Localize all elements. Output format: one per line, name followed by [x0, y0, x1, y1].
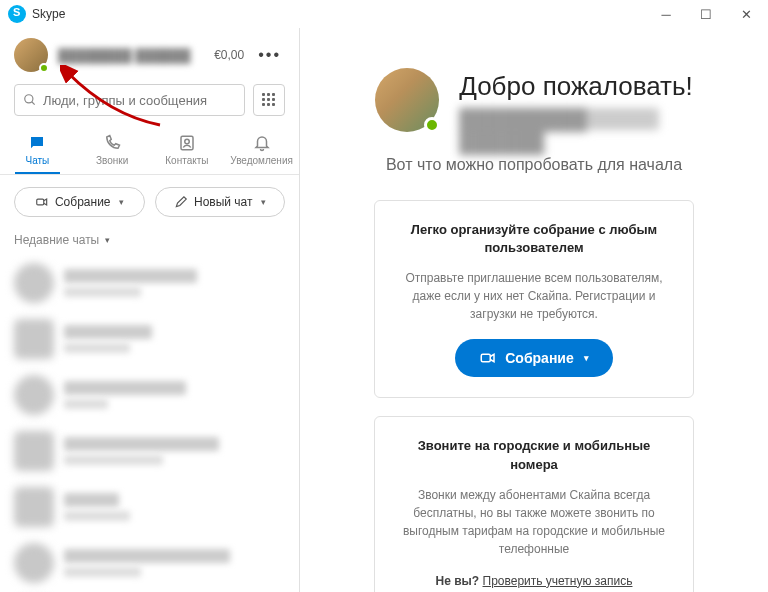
- chat-list[interactable]: [0, 255, 299, 592]
- chevron-down-icon: ▾: [119, 197, 124, 207]
- list-item[interactable]: [0, 367, 299, 423]
- title-bar: Skype ─ ☐ ✕: [0, 0, 768, 28]
- button-label: Собрание: [505, 350, 574, 366]
- user-avatar[interactable]: [14, 38, 48, 72]
- dialpad-button[interactable]: [253, 84, 285, 116]
- svg-point-3: [185, 139, 190, 144]
- tab-contacts[interactable]: Контакты: [150, 130, 225, 174]
- card-footer: Не вы? Проверить учетную запись: [401, 574, 667, 588]
- tab-label: Звонки: [96, 155, 128, 166]
- video-icon: [479, 349, 497, 367]
- calling-card: Звоните на городские и мобильные номера …: [374, 416, 694, 592]
- chat-icon: [28, 134, 46, 152]
- welcome-subtitle: Вот что можно попробовать для начала: [386, 156, 682, 174]
- chevron-down-icon: ▾: [105, 235, 110, 245]
- compose-icon: [174, 195, 188, 209]
- not-you-label: Не вы?: [436, 574, 480, 588]
- svg-line-1: [32, 102, 35, 105]
- meeting-button[interactable]: Собрание ▾: [14, 187, 145, 217]
- window-title: Skype: [32, 7, 65, 21]
- button-label: Новый чат: [194, 195, 253, 209]
- presence-icon: [39, 63, 49, 73]
- minimize-button[interactable]: ─: [646, 0, 686, 28]
- profile-name: ████████ ██████: [58, 48, 204, 63]
- tab-notifications[interactable]: Уведомления: [224, 130, 299, 174]
- recent-chats-header[interactable]: Недавние чаты ▾: [0, 229, 299, 255]
- profile-row[interactable]: ████████ ██████ €0,00 •••: [0, 28, 299, 78]
- card-title: Звоните на городские и мобильные номера: [401, 437, 667, 473]
- maximize-button[interactable]: ☐: [686, 0, 726, 28]
- bell-icon: [253, 134, 271, 152]
- tab-chats[interactable]: Чаты: [0, 130, 75, 174]
- close-button[interactable]: ✕: [726, 0, 766, 28]
- search-icon: [23, 93, 37, 107]
- search-box[interactable]: [14, 84, 245, 116]
- main-pane: Добро пожаловать! █████████ ██████ Вот ч…: [300, 28, 768, 592]
- profile-credit[interactable]: €0,00: [214, 48, 244, 62]
- video-icon: [35, 195, 49, 209]
- list-item[interactable]: [0, 311, 299, 367]
- welcome-username: █████████ ██████: [459, 108, 659, 130]
- list-item[interactable]: [0, 535, 299, 591]
- list-item[interactable]: [0, 479, 299, 535]
- tab-label: Контакты: [165, 155, 208, 166]
- button-label: Собрание: [55, 195, 111, 209]
- dialpad-icon: [262, 93, 276, 107]
- svg-rect-4: [37, 199, 44, 205]
- welcome-avatar: [375, 68, 439, 132]
- contacts-icon: [178, 134, 196, 152]
- more-button[interactable]: •••: [254, 46, 285, 64]
- sidebar: ████████ ██████ €0,00 ••• Чаты Звонки: [0, 28, 300, 592]
- tab-label: Чаты: [25, 155, 49, 166]
- card-meeting-button[interactable]: Собрание ▾: [455, 339, 613, 377]
- chevron-down-icon: ▾: [261, 197, 266, 207]
- chevron-down-icon: ▾: [584, 353, 589, 363]
- welcome-heading: Добро пожаловать!: [459, 71, 693, 102]
- nav-tabs: Чаты Звонки Контакты Уведомления: [0, 122, 299, 175]
- meeting-card: Легко организуйте собрание с любым польз…: [374, 200, 694, 398]
- verify-account-link[interactable]: Проверить учетную запись: [483, 574, 633, 588]
- presence-icon: [424, 117, 440, 133]
- list-item[interactable]: [0, 255, 299, 311]
- phone-icon: [103, 134, 121, 152]
- skype-logo-icon: [8, 5, 26, 23]
- list-item[interactable]: [0, 423, 299, 479]
- tab-calls[interactable]: Звонки: [75, 130, 150, 174]
- recent-header-label: Недавние чаты: [14, 233, 99, 247]
- svg-point-0: [25, 95, 33, 103]
- tab-label: Уведомления: [230, 155, 293, 166]
- card-text: Отправьте приглашение всем пользователям…: [401, 269, 667, 323]
- card-text: Звонки между абонентами Скайпа всегда бе…: [401, 486, 667, 558]
- new-chat-button[interactable]: Новый чат ▾: [155, 187, 286, 217]
- search-input[interactable]: [43, 93, 236, 108]
- card-title: Легко организуйте собрание с любым польз…: [401, 221, 667, 257]
- svg-rect-5: [482, 355, 491, 363]
